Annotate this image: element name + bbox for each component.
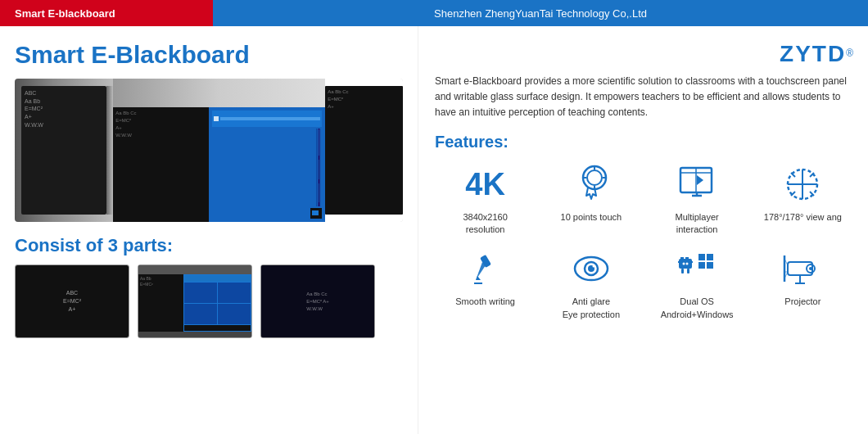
- part-blackboard-board: ABCE=MC²A+: [16, 265, 129, 337]
- feature-eye-icon: [568, 246, 614, 292]
- svg-point-31: [683, 263, 685, 265]
- part-2-image: Aa BbE=MC²: [138, 264, 252, 338]
- writing-svg: [464, 247, 507, 290]
- feature-projector: Projector: [753, 246, 853, 321]
- feature-touch-label: 10 points touch: [561, 211, 622, 224]
- parts-row: ABCE=MC²A+ Aa BbE=MC²: [15, 264, 403, 338]
- part-1-image: ABCE=MC²A+: [15, 264, 129, 338]
- feature-writing-icon: [463, 246, 509, 292]
- feature-view-label: 178°/178° view ang: [764, 211, 842, 224]
- feature-eye-label: Anti glareEye protection: [563, 296, 620, 321]
- header: Smart E-blackboard Shenzhen ZhengYuanTai…: [0, 0, 868, 26]
- board-screen-blackboard: Aa Bb CcE=MC²A+W.W.W: [113, 107, 209, 222]
- svg-rect-37: [788, 262, 812, 275]
- svg-point-23: [592, 265, 594, 268]
- left-panel: Smart E-Blackboard ABCAa BbE=MC²A+W.W.W …: [0, 26, 418, 434]
- right-panel: ZYTD® Smart e-Blackboard provides a more…: [418, 26, 868, 434]
- board-screen: Aa Bb CcE=MC²A+W.W.W: [113, 107, 325, 222]
- features-grid: 4K 3840x2160resolution: [435, 161, 853, 322]
- logo-text: ZYTD: [780, 41, 846, 66]
- svg-rect-26: [685, 257, 689, 260]
- touch-svg: [570, 163, 613, 206]
- svg-rect-33: [698, 254, 705, 260]
- svg-rect-35: [698, 262, 705, 269]
- product-image: ABCAa BbE=MC²A+W.W.W Aa Bb CcE=MC²A+W.W.…: [15, 79, 403, 222]
- 4k-text-icon: 4K: [465, 169, 505, 200]
- eye-svg: [570, 247, 613, 290]
- header-company-label: Shenzhen ZhengYuanTai Technology Co,.Ltd: [434, 7, 647, 20]
- part-3-image: Aa Bb CcE=MC² A+W.W.W: [260, 264, 375, 338]
- feature-4k-icon: 4K: [463, 161, 509, 207]
- svg-rect-30: [687, 269, 689, 274]
- header-brand: Smart E-blackboard: [0, 0, 213, 26]
- part-chalk-text: ABCE=MC²A+: [63, 289, 81, 313]
- feature-touch-icon: [568, 161, 614, 207]
- feature-eye: Anti glareEye protection: [540, 246, 641, 321]
- feature-projector-label: Projector: [784, 296, 821, 308]
- os-svg: [674, 247, 720, 290]
- blackboard-image-sim: ABCAa BbE=MC²A+W.W.W Aa Bb CcE=MC²A+W.W.…: [15, 79, 403, 222]
- feature-touch: 10 points touch: [540, 161, 641, 237]
- feature-view-icon: [780, 161, 825, 207]
- page-title: Smart E-Blackboard: [15, 41, 403, 69]
- header-company: Shenzhen ZhengYuanTai Technology Co,.Ltd: [213, 0, 868, 26]
- view-svg: [781, 163, 824, 206]
- feature-projector-icon: [780, 246, 825, 292]
- svg-rect-34: [707, 254, 713, 260]
- feature-multiplayer: Multiplayerinteraction: [647, 161, 748, 237]
- svg-point-39: [809, 267, 812, 270]
- multiplayer-svg: [676, 163, 718, 206]
- svg-point-32: [686, 263, 689, 265]
- svg-point-1: [587, 170, 602, 185]
- features-title: Features:: [435, 133, 853, 151]
- board-left-panel: ABCAa BbE=MC²A+W.W.W: [21, 86, 106, 215]
- feature-os-label: Dual OSAndroid+Windows: [661, 296, 734, 321]
- product-description: Smart e-Blackboard provides a more scien…: [435, 74, 853, 121]
- feature-writing: Smooth writing: [435, 246, 536, 321]
- logo: ZYTD®: [780, 41, 853, 67]
- feature-4k: 4K 3840x2160resolution: [435, 161, 536, 237]
- logo-area: ZYTD®: [435, 41, 853, 67]
- board-screen-windows: [209, 107, 325, 222]
- svg-rect-29: [681, 269, 684, 274]
- feature-os: Dual OSAndroid+Windows: [647, 246, 748, 321]
- svg-rect-24: [679, 259, 692, 269]
- projector-svg: [781, 247, 824, 290]
- svg-marker-9: [697, 175, 703, 185]
- feature-writing-label: Smooth writing: [455, 296, 515, 308]
- consist-title: Consist of 3 parts:: [15, 235, 403, 256]
- feature-4k-label: 3840x2160resolution: [463, 211, 507, 237]
- svg-rect-36: [707, 262, 713, 269]
- logo-reg: ®: [846, 47, 853, 59]
- feature-os-icon: [674, 246, 720, 292]
- main-content: Smart E-Blackboard ABCAa BbE=MC²A+W.W.W …: [0, 26, 868, 434]
- board-main-panel: Aa Bb CcE=MC²A+W.W.W: [113, 79, 325, 222]
- feature-multiplayer-icon: [674, 161, 720, 207]
- svg-rect-25: [680, 257, 684, 260]
- header-brand-label: Smart E-blackboard: [15, 7, 115, 20]
- feature-multiplayer-label: Multiplayerinteraction: [676, 211, 719, 237]
- feature-view: 178°/178° view ang: [753, 161, 853, 237]
